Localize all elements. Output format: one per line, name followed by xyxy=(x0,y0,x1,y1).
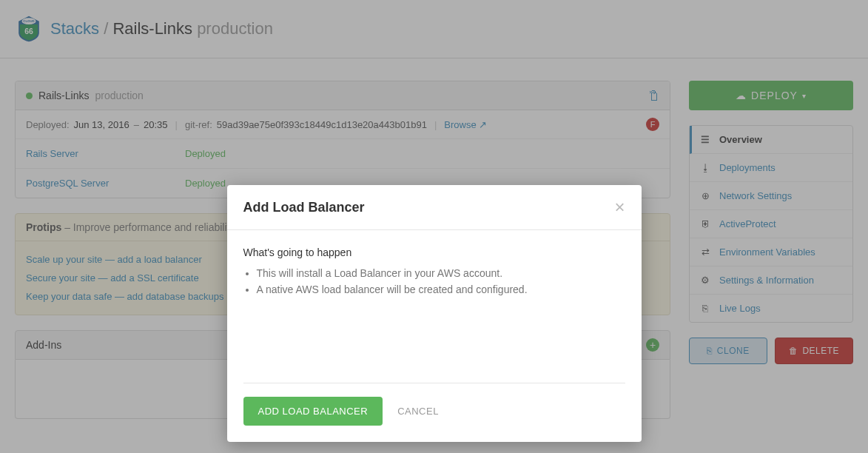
modal-subheading: What's going to happen xyxy=(243,246,625,258)
add-load-balancer-modal: Add Load Balancer × What's going to happ… xyxy=(227,185,642,442)
cancel-button[interactable]: CANCEL xyxy=(397,406,439,417)
close-icon[interactable]: × xyxy=(614,198,625,216)
modal-bullet: This will install a Load Balancer in you… xyxy=(257,267,625,279)
modal-bullet-list: This will install a Load Balancer in you… xyxy=(243,267,625,295)
modal-title: Add Load Balancer xyxy=(243,200,365,215)
modal-bullet: A native AWS load balancer will be creat… xyxy=(257,283,625,295)
modal-overlay[interactable]: Add Load Balancer × What's going to happ… xyxy=(0,0,868,453)
add-load-balancer-button[interactable]: ADD LOAD BALANCER xyxy=(243,397,383,426)
